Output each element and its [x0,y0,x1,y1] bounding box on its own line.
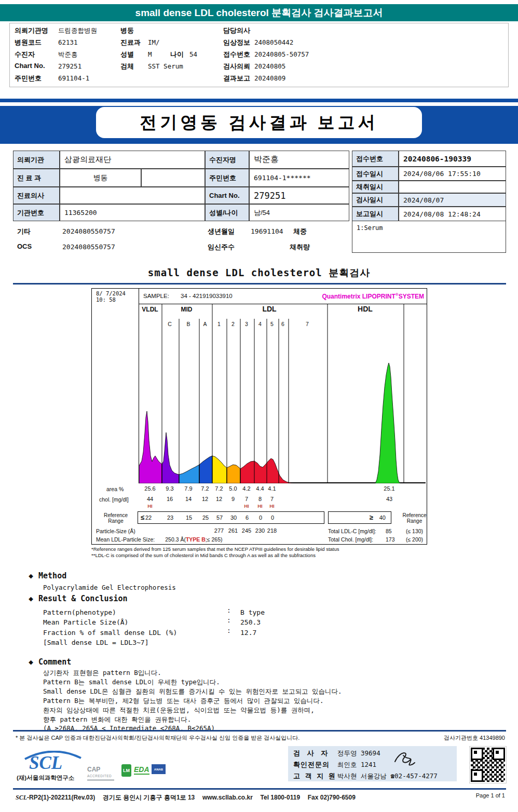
result-colon: : [227,616,231,624]
total-chol-value: 173 [386,536,395,543]
info-value: 2024/08/08 12:48:24 [399,207,506,221]
banner-strip [0,99,518,102]
info-value: 남/54 [249,204,349,221]
sample-header-row: SAMPLE: 34 - 421919033910 Quantimetrix L… [139,289,427,304]
mean-particle-row: Mean LDL-Particle Size:250.3 Å(TYPE B;≤ … [96,536,222,543]
total-chol-label: Total Chol. [mg/dl]: [328,536,373,543]
field-label: 검사의뢰 [223,62,250,71]
sign-value: 박사현 서울강남 ☎02-457-4277 [337,772,438,781]
comment-line: 환자의 임상상태에 따른 적절한 치료(운동요법, 식이요법 또는 약물요법 등… [43,706,315,715]
info-label: 접수번호 [352,151,399,167]
sample-label: SAMPLE: [143,293,169,299]
doc-code: -RP2(1)-202211(Rev.03) [27,794,95,801]
footer-rule-top [13,730,506,732]
footer-rule-bottom [13,788,506,790]
info-value: 11365200 [60,204,205,221]
info-value-patient-name: 박준흥 [249,151,349,169]
comment-line: Small dense LDL은 심혈관 질환의 위험도를 증가시킬 수 있는 … [43,687,342,696]
info-extra-label: 채취량 [290,242,310,252]
info-label: 검사일시 [352,193,399,207]
banner-title-box: 전기영동 검사결과 보고서 [96,107,422,138]
info-value: 병동 [60,169,141,187]
total-ldl-ref: (≤ 130) [402,528,427,534]
scl-org-name: (재)서울의과학연구소 [17,774,74,782]
field-label: Chart No. [15,62,45,70]
chart-date: 8/ 7/202410: 58 [96,290,126,303]
area-row-label: area % [106,486,124,492]
comment-line: Pattern B는 복부비만, 제2형 당뇨병 또는 대사 증후군 등에서 많… [43,697,324,706]
field-label: 임상정보 [223,38,250,47]
lipoprint-brand: Quantimetrix LIPOPRINT®SYSTEM [322,292,424,300]
subband-label: C [165,321,175,327]
result-colon: : [227,627,231,634]
field-value: 20240805-50757 [254,50,309,58]
ref-range-label-left: ReferenceRange [97,512,134,524]
subband-label: 4 [255,321,265,327]
method-heading: ◆Method [29,571,66,580]
band-label-mid: MID [161,306,212,313]
result-note: [Small dense LDL = LDL3~7] [43,639,149,646]
field-value: M [148,50,152,58]
densitometry-curve [139,304,426,483]
section-rule [13,283,506,285]
field-label: 의뢰기관명 [15,26,48,35]
info-label: 수진자명 [205,151,249,169]
ref-range-box-main: ≤ 22 23 15 25 57 30 6 0 0 [138,511,324,524]
method-body: Polyacrylamide Gel Electrophoresis [43,584,176,591]
signature-icon [392,749,419,770]
result-heading: ◆Result & Conclusion [29,594,128,603]
ref-range-box-hdl: ≥ 40 [328,511,391,524]
comment-line: 상기환자 표현형은 pattern B입니다. [43,669,161,678]
band-label-hdl: HDL [327,305,403,313]
chart-footnote-1: *Reference ranges derived from 125 serum… [91,546,339,552]
info-label: 기타 [17,227,31,236]
field-label: 병동 [120,26,134,35]
mid-c-region [162,432,179,483]
info-label: 성별/나이 [205,204,249,221]
info-value-chart-no: 279251 [249,187,349,204]
info-label: 보고일시 [352,207,399,221]
serum-note-cell: 1:Serum [352,221,506,253]
field-label: 수진자 [15,50,35,59]
field-value: 20240809 [254,74,285,82]
result-colon: : [227,606,231,614]
result-value: B type [240,608,265,616]
result-label: Mean Particle Size(Å) [43,618,128,626]
subband-label: 7 [302,321,312,327]
ldl1-region [212,456,227,483]
qr-finder [493,748,505,760]
band-label-vldl: VLDL [139,306,161,313]
signature-box: 검 사 자 정두영 39694 확인전문의 최인호 1241 고 객 지 원 박… [288,746,457,781]
chol-value: 43 [378,496,401,502]
sign-value: 최인호 1241 [337,761,376,769]
section-title: small dense LDL cholesterol 분획검사 [148,267,370,278]
info-value: 2024/08/06 17:55:10 [399,167,506,181]
sign-label: 검 사 자 [293,749,328,758]
report-page: small dense LDL cholesterol 분획검사 검사결과보고서… [0,0,518,812]
result-label: Fraction % of small dense LDL (%) [43,629,177,637]
lab-fax: Fax 02)790-6509 [308,794,356,801]
band-label-ldl: LDL [212,305,327,313]
scl-logo-text: SCL [29,753,62,774]
total-ldl-value: 85 [386,528,392,534]
info-label: OCS [17,242,32,250]
banner-title: 전기영동 검사결과 보고서 [140,111,378,134]
qr-finder [471,748,483,760]
cap-logo: CAP ACCREDITED [87,766,119,781]
field-value: IM/ [148,38,160,46]
vldl-region [139,411,162,483]
info-extra-label: 체중 [293,227,307,236]
total-chol-ref: (≤ 200) [402,536,427,543]
serum-note: 1:Serum [357,224,383,232]
info-label: 채취일시 [352,181,399,193]
field-value: 2408050442 [254,38,293,46]
chol-value: 7 [261,496,283,502]
lipoprint-chart: 8/ 7/202410: 58 SAMPLE: 34 - 42191903391… [91,288,427,545]
info-value: 2024080550757 [62,227,115,235]
subband-label: A [200,321,210,327]
ref-hdl-sign: ≥ [370,513,373,521]
qr-code [470,747,506,783]
info-label: Chart No. [205,187,249,204]
info-label: 주민번호 [205,169,249,187]
eda-logo: EDA [134,765,149,775]
